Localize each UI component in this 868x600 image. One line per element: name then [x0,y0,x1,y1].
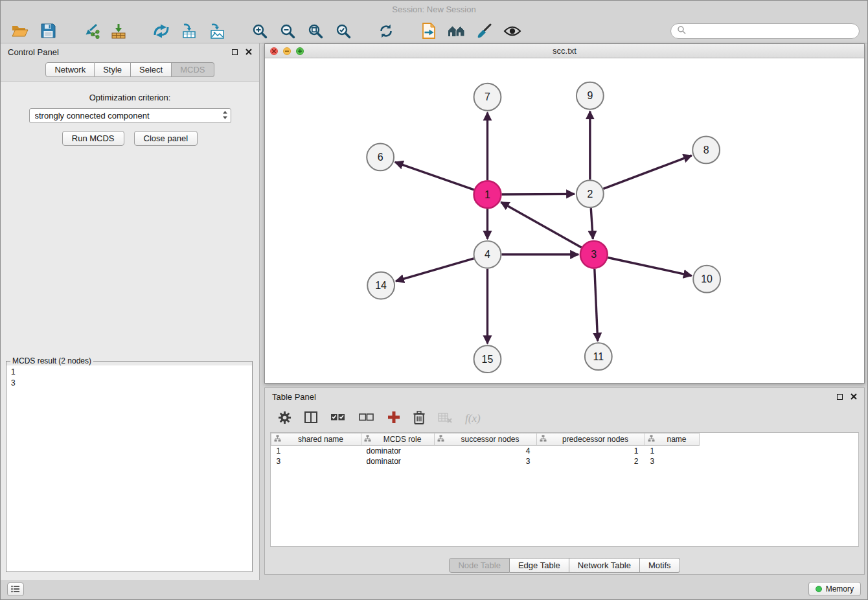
open-file-button[interactable] [8,21,32,41]
search-field[interactable] [670,23,860,39]
table-row[interactable]: 3dominator323 [271,456,700,467]
zoom-out-button[interactable] [276,21,299,41]
close-window-button[interactable] [270,47,278,55]
edge-4-to-14[interactable] [396,259,474,281]
column-header-predecessor-nodes[interactable]: predecessor nodes [537,433,645,446]
table-cell[interactable]: 1 [271,446,361,456]
table-row[interactable]: 1dominator411 [271,446,700,456]
delete-columns-button[interactable] [413,411,425,427]
export-network-button[interactable] [417,21,440,41]
network-view-window: scc.txt 7968124314101511 [264,43,865,384]
network-window-titlebar[interactable]: scc.txt [265,44,864,58]
graph-node-3[interactable]: 3 [580,241,608,268]
network-graph[interactable]: 7968124314101511 [265,59,864,383]
criterion-select[interactable]: strongly connected component [29,108,231,123]
save-session-button[interactable] [36,21,60,41]
column-header-name[interactable]: name [645,433,700,446]
refresh-network-view-button[interactable] [374,21,398,41]
control-panel-close-button[interactable] [246,47,252,57]
table-cell[interactable]: dominator [361,446,435,456]
graph-node-10[interactable]: 10 [693,266,720,293]
import-table-button[interactable] [107,21,130,41]
control-panel-float-button[interactable] [232,47,238,57]
home-button[interactable] [445,21,468,41]
edge-1-to-2[interactable] [501,194,575,194]
table-cell[interactable]: 2 [537,456,645,467]
column-header-successor-nodes[interactable]: successor nodes [435,433,537,446]
zoom-selected-button[interactable] [332,21,355,41]
edge-3-to-11[interactable] [595,269,598,341]
paint-style-button[interactable] [473,21,496,41]
maximize-window-button[interactable] [296,47,304,55]
tab-network-table[interactable]: Network Table [569,558,640,573]
delete-table-button[interactable] [438,411,452,426]
table-cell[interactable]: 3 [645,456,700,467]
tab-network[interactable]: Network [45,62,95,77]
network-window-title: scc.txt [265,46,864,56]
tab-node-table[interactable]: Node Table [449,558,510,573]
mcds-panel: Optimization criterion: strongly connect… [1,81,259,580]
column-header-shared-name[interactable]: shared name [271,433,361,446]
graph-node-1[interactable]: 1 [474,181,501,208]
graph-node-11[interactable]: 11 [585,343,612,370]
toggle-columns-button[interactable] [304,411,317,426]
import-network-button[interactable] [79,21,102,41]
save-icon [41,23,56,38]
graph-node-7[interactable]: 7 [474,84,501,111]
function-builder-button[interactable]: f(x) [465,412,481,425]
search-input[interactable] [689,27,853,36]
graph-node-2[interactable]: 2 [577,180,604,207]
table-cell[interactable]: 1 [537,446,645,456]
svg-text:1: 1 [485,189,490,200]
graph-node-9[interactable]: 9 [577,82,604,110]
edge-2-to-8[interactable] [603,156,691,189]
create-column-button[interactable] [387,411,400,426]
export-image-button[interactable] [205,21,229,41]
table-cell[interactable]: dominator [361,456,435,467]
deselect-all-rows-button[interactable] [359,411,374,426]
table-panel-close-button[interactable] [851,392,857,402]
edge-1-to-6[interactable] [395,162,474,190]
graph-node-8[interactable]: 8 [692,137,720,164]
graph-node-6[interactable]: 6 [367,143,394,170]
network-canvas[interactable]: 7968124314101511 [265,59,864,383]
edge-2-to-3[interactable] [591,208,593,239]
table-toolbar: f(x) [265,405,864,432]
svg-text:2: 2 [587,189,593,200]
select-all-rows-button[interactable] [330,411,346,426]
table-cell[interactable]: 1 [645,446,700,456]
graph-node-14[interactable]: 14 [367,272,394,299]
status-bar: Memory [1,579,867,599]
tab-edge-table[interactable]: Edge Table [510,558,569,573]
zoom-fit-button[interactable] [304,21,327,41]
table-panel-tabs: Node TableEdge TableNetwork TableMotifs [265,558,864,573]
network-from-selection-button[interactable] [150,21,173,41]
tab-motifs[interactable]: Motifs [640,558,680,573]
minimize-window-button[interactable] [283,47,291,55]
tab-style[interactable]: Style [95,62,131,77]
column-header-mcds-role[interactable]: MCDS role [361,433,435,446]
graph-node-15[interactable]: 15 [474,345,501,373]
run-mcds-button[interactable]: Run MCDS [62,131,124,146]
tab-mcds[interactable]: MCDS [172,62,214,77]
table-cell[interactable]: 3 [271,456,361,467]
table-panel: Table Panel f(x) shared nameMCDS rolesuc… [264,387,865,575]
export-table-button[interactable] [177,21,201,41]
graph-node-4[interactable]: 4 [474,241,501,268]
table-cell[interactable]: 4 [435,446,537,456]
tab-select[interactable]: Select [131,62,172,77]
unchecked-boxes-icon [359,411,374,424]
mcds-result-text[interactable]: 1 3 [6,365,252,571]
edge-3-to-10[interactable] [608,257,691,275]
show-graphics-details-button[interactable] [501,21,524,41]
close-panel-button[interactable]: Close panel [134,131,198,146]
table-cell[interactable]: 3 [435,456,537,467]
node-table-container[interactable]: shared nameMCDS rolesuccessor nodesprede… [270,432,859,547]
task-history-button[interactable] [7,583,24,596]
edge-3-to-1[interactable] [501,202,581,248]
memory-button[interactable]: Memory [808,582,861,596]
zoom-in-button[interactable] [248,21,271,41]
column-sort-icon [540,435,547,444]
table-settings-button[interactable] [278,411,291,427]
table-panel-float-button[interactable] [837,392,843,402]
